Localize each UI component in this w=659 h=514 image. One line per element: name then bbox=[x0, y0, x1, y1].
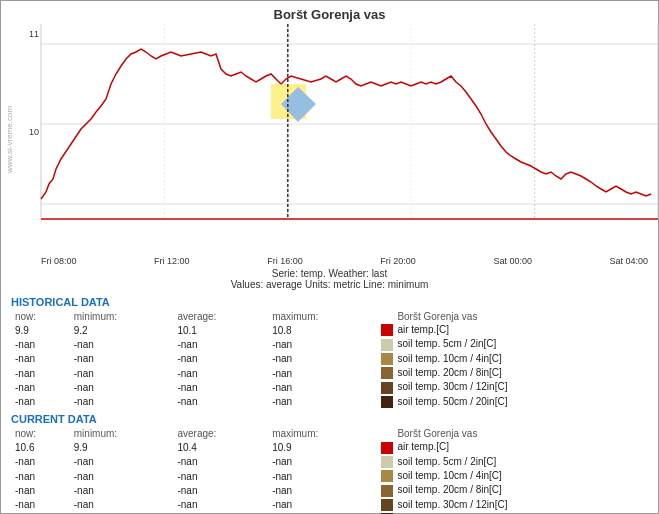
hist-header-now: now: bbox=[11, 310, 70, 323]
historical-title: HISTORICAL DATA bbox=[11, 296, 648, 308]
table-row: -nan -nan -nan -nan soil temp. 5cm / 2in… bbox=[11, 455, 648, 469]
color-swatch bbox=[381, 324, 393, 336]
current-header: now: minimum: average: maximum: Boršt Go… bbox=[11, 427, 648, 440]
table-row: -nan -nan -nan -nan soil temp. 50cm / 20… bbox=[11, 395, 648, 409]
hist-header-min: minimum: bbox=[70, 310, 174, 323]
color-swatch bbox=[381, 339, 393, 351]
chart-title: Boršt Gorenja vas bbox=[1, 1, 658, 24]
table-row: -nan -nan -nan -nan soil temp. 10cm / 4i… bbox=[11, 352, 648, 366]
x-label-1: Fri 12:00 bbox=[154, 256, 190, 266]
color-swatch bbox=[381, 499, 393, 511]
y-label-top: 11 bbox=[29, 29, 39, 39]
x-label-2: Fri 16:00 bbox=[267, 256, 303, 266]
curr-header-now: now: bbox=[11, 427, 70, 440]
color-swatch bbox=[381, 396, 393, 408]
color-swatch bbox=[381, 456, 393, 468]
table-row: -nan -nan -nan -nan soil temp. 30cm / 12… bbox=[11, 498, 648, 512]
historical-header: now: minimum: average: maximum: Boršt Go… bbox=[11, 310, 648, 323]
color-swatch bbox=[381, 367, 393, 379]
color-swatch bbox=[381, 382, 393, 394]
table-row: -nan -nan -nan -nan soil temp. 20cm / 8i… bbox=[11, 366, 648, 380]
historical-table: now: minimum: average: maximum: Boršt Go… bbox=[11, 310, 648, 409]
chart-section: Boršt Gorenja vas www.si-vreme.com 11 10 bbox=[1, 1, 658, 292]
x-axis-labels: Fri 08:00 Fri 12:00 Fri 16:00 Fri 20:00 … bbox=[41, 256, 648, 266]
main-container: Boršt Gorenja vas www.si-vreme.com 11 10 bbox=[0, 0, 659, 514]
hist-header-station: Boršt Gorenja vas bbox=[377, 310, 648, 323]
curr-header-min: minimum: bbox=[70, 427, 174, 440]
x-label-4: Sat 00:00 bbox=[493, 256, 532, 266]
table-row: 10.6 9.9 10.4 10.9 air temp.[C] bbox=[11, 440, 648, 454]
data-section: HISTORICAL DATA now: minimum: average: m… bbox=[1, 292, 658, 514]
current-table: now: minimum: average: maximum: Boršt Go… bbox=[11, 427, 648, 514]
table-row: 9.9 9.2 10.1 10.8 air temp.[C] bbox=[11, 323, 648, 337]
legend-line1: Serie: temp. Weather: last bbox=[1, 268, 658, 279]
hist-header-max: maximum: bbox=[268, 310, 377, 323]
curr-header-station: Boršt Gorenja vas bbox=[377, 427, 648, 440]
x-label-5: Sat 04:00 bbox=[609, 256, 648, 266]
curr-header-max: maximum: bbox=[268, 427, 377, 440]
table-row: -nan -nan -nan -nan soil temp. 30cm / 12… bbox=[11, 380, 648, 394]
color-swatch bbox=[381, 353, 393, 365]
x-label-3: Fri 20:00 bbox=[380, 256, 416, 266]
y-label-bot bbox=[36, 224, 39, 234]
hist-row0-avg: 10.1 bbox=[173, 323, 268, 337]
legend-line2: Values: average Units: metric Line: mini… bbox=[1, 279, 658, 290]
hist-row0-label: air temp.[C] bbox=[377, 323, 648, 337]
y-label-mid: 10 bbox=[29, 127, 39, 137]
color-swatch bbox=[381, 485, 393, 497]
hist-row0-max: 10.8 bbox=[268, 323, 377, 337]
color-swatch bbox=[381, 442, 393, 454]
y-axis-watermark: www.si-vreme.com bbox=[6, 105, 15, 172]
logo-watermark bbox=[271, 84, 316, 122]
hist-row0-now: 9.9 bbox=[11, 323, 70, 337]
color-swatch bbox=[381, 470, 393, 482]
x-label-0: Fri 08:00 bbox=[41, 256, 77, 266]
hist-row0-min: 9.2 bbox=[70, 323, 174, 337]
table-row: -nan -nan -nan -nan soil temp. 5cm / 2in… bbox=[11, 337, 648, 351]
current-title: CURRENT DATA bbox=[11, 413, 648, 425]
hist-header-avg: average: bbox=[173, 310, 268, 323]
table-row: -nan -nan -nan -nan soil temp. 10cm / 4i… bbox=[11, 469, 648, 483]
legend-area: Serie: temp. Weather: last Values: avera… bbox=[1, 266, 658, 292]
chart-svg bbox=[41, 24, 658, 254]
curr-header-avg: average: bbox=[173, 427, 268, 440]
table-row: -nan -nan -nan -nan soil temp. 20cm / 8i… bbox=[11, 483, 648, 497]
